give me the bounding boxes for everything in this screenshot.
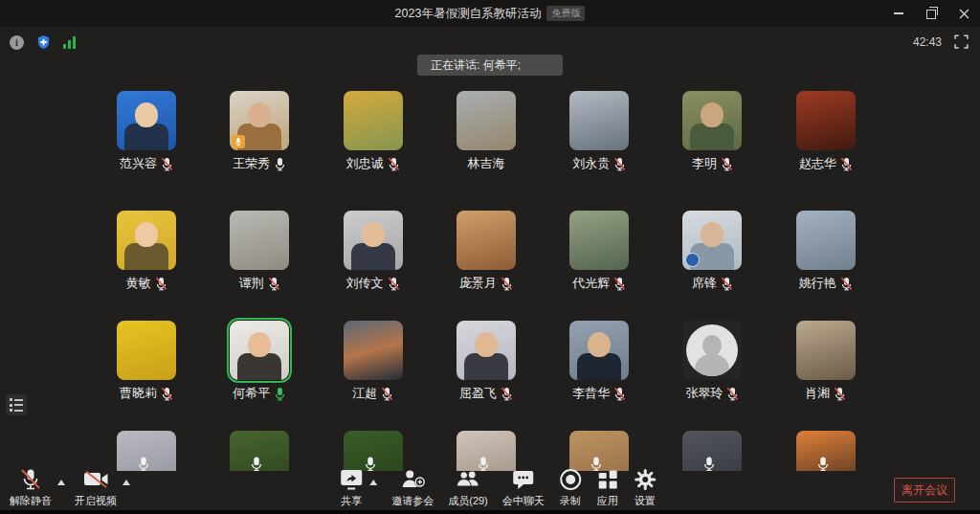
mic-muted-icon xyxy=(840,157,853,171)
participant-tile[interactable]: 李明 xyxy=(682,91,742,172)
video-options-arrow[interactable] xyxy=(122,480,130,485)
participant-name-row: 庞景月 xyxy=(459,275,513,292)
participant-tile[interactable]: 赵志华 xyxy=(796,91,856,172)
participant-name: 代光辉 xyxy=(572,275,610,292)
mic-muted-icon xyxy=(501,387,513,401)
participant-name: 肖湘 xyxy=(805,385,830,402)
members-button[interactable]: 成员(29) xyxy=(448,468,488,508)
minimize-button[interactable] xyxy=(882,0,915,27)
avatar xyxy=(117,91,176,150)
participant-tile[interactable]: 曹晓莉 xyxy=(117,321,176,402)
meeting-title: 2023年暑假测自系教研活动 xyxy=(395,6,542,22)
window-bottom-edge xyxy=(0,510,980,514)
participant-tile[interactable]: 肖湘 xyxy=(796,321,856,402)
participant-tile[interactable]: 范兴容 xyxy=(117,91,176,172)
close-icon xyxy=(959,9,969,19)
avatar xyxy=(117,321,176,380)
participant-tile[interactable]: 庞景月 xyxy=(457,211,516,292)
participant-tile[interactable] xyxy=(682,431,742,471)
mic-muted-icon xyxy=(268,277,280,291)
share-screen-icon xyxy=(339,468,364,491)
participant-tile[interactable]: 屈盈飞 xyxy=(457,321,516,402)
participant-name-row: 代光辉 xyxy=(572,275,626,292)
participant-tile[interactable]: 席锋 xyxy=(682,211,742,292)
participant-name-row: 范兴容 xyxy=(120,155,173,172)
participant-tile[interactable]: 何希平 xyxy=(230,321,289,402)
mic-muted-icon xyxy=(721,157,733,171)
participant-tile[interactable]: 张翠玲 xyxy=(682,321,742,402)
participant-tile[interactable] xyxy=(344,431,403,471)
participant-name-row: 刘忠诚 xyxy=(346,155,400,172)
mic-muted-icon xyxy=(613,157,626,171)
participant-tile[interactable]: 王荣秀 xyxy=(230,91,289,172)
avatar-person-silhouette xyxy=(701,222,724,247)
avatar xyxy=(457,211,516,270)
video-button[interactable]: 开启视频 xyxy=(75,468,117,508)
participant-name: 王荣秀 xyxy=(233,155,270,172)
leave-meeting-button[interactable]: 离开会议 xyxy=(894,478,955,503)
chat-button[interactable]: 会中聊天 xyxy=(502,468,545,508)
close-button[interactable] xyxy=(947,0,980,27)
record-button[interactable]: 录制 xyxy=(559,468,582,508)
participant-name-row: 姚行艳 xyxy=(799,275,853,292)
participant-name-row: 林吉海 xyxy=(467,155,504,172)
participant-tile[interactable]: 林吉海 xyxy=(457,91,516,172)
participant-tile[interactable]: 刘永贵 xyxy=(569,91,629,172)
participant-name: 何希平 xyxy=(233,385,270,402)
default-avatar-icon xyxy=(686,324,738,376)
avatar xyxy=(796,91,856,150)
avatar xyxy=(230,91,289,150)
mic-muted-icon xyxy=(161,387,173,401)
share-button[interactable]: 共享 xyxy=(339,468,364,508)
participant-name: 黄敏 xyxy=(126,275,151,292)
avatar-person-silhouette xyxy=(135,222,158,247)
maximize-button[interactable] xyxy=(915,0,947,27)
participant-tile[interactable]: 刘传文 xyxy=(344,211,403,292)
mic-muted-icon xyxy=(726,387,739,401)
invite-button[interactable]: 邀请参会 xyxy=(391,468,434,508)
avatar-person-silhouette xyxy=(248,332,271,357)
participant-tile[interactable]: 江超 xyxy=(344,321,403,402)
participant-name: 席锋 xyxy=(692,275,717,292)
participant-name-row: 谭荆 xyxy=(239,275,280,292)
participant-row: 黄敏 谭荆 刘传文 庞景月 代光辉 席锋 姚行艳 xyxy=(117,211,856,292)
apps-button[interactable]: 应用 xyxy=(596,468,619,508)
participant-tile[interactable]: 黄敏 xyxy=(117,211,176,292)
participant-tile[interactable]: 代光辉 xyxy=(569,211,629,292)
toolbar-center: 共享 邀请参会 xyxy=(339,468,657,508)
participant-row xyxy=(117,431,856,471)
participant-name-row: 屈盈飞 xyxy=(459,385,513,402)
mic-overlay-icon xyxy=(816,456,830,471)
settings-button[interactable]: 设置 xyxy=(634,468,657,508)
mute-button[interactable]: 解除静音 xyxy=(10,468,52,508)
invite-person-icon xyxy=(400,468,426,491)
mute-options-arrow[interactable] xyxy=(57,480,65,485)
participant-tile[interactable] xyxy=(230,431,289,471)
participant-name-row: 刘传文 xyxy=(346,275,400,292)
participant-name: 刘忠诚 xyxy=(346,155,384,172)
members-icon xyxy=(456,468,481,491)
participant-name: 林吉海 xyxy=(467,155,504,172)
participant-tile[interactable]: 谭荆 xyxy=(230,211,289,292)
avatar-person-silhouette xyxy=(248,102,271,127)
participant-name-row: 李明 xyxy=(692,155,733,172)
avatar xyxy=(457,321,516,380)
participant-tile[interactable]: 姚行艳 xyxy=(796,211,856,292)
participant-tile[interactable] xyxy=(117,431,176,471)
participant-tile[interactable]: 李昔华 xyxy=(569,321,629,402)
mic-muted-icon xyxy=(388,277,400,291)
layout-toggle-button[interactable] xyxy=(6,394,27,415)
participant-tile[interactable] xyxy=(457,431,516,471)
meeting-window: 2023年暑假测自系教研活动 免费版 i 42:43 正在讲话: xyxy=(0,0,980,514)
share-options-arrow[interactable] xyxy=(369,480,377,485)
participant-tile[interactable]: 刘忠诚 xyxy=(344,91,403,172)
participant-tile[interactable] xyxy=(569,431,629,471)
participant-name: 李昔华 xyxy=(572,385,610,402)
participant-tile[interactable] xyxy=(796,431,856,471)
avatar xyxy=(117,431,176,471)
participant-name: 张翠玲 xyxy=(685,385,723,402)
participant-name: 曹晓莉 xyxy=(120,385,157,402)
avatar xyxy=(796,431,856,471)
free-version-badge: 免费版 xyxy=(546,6,585,21)
avatar xyxy=(344,321,403,380)
